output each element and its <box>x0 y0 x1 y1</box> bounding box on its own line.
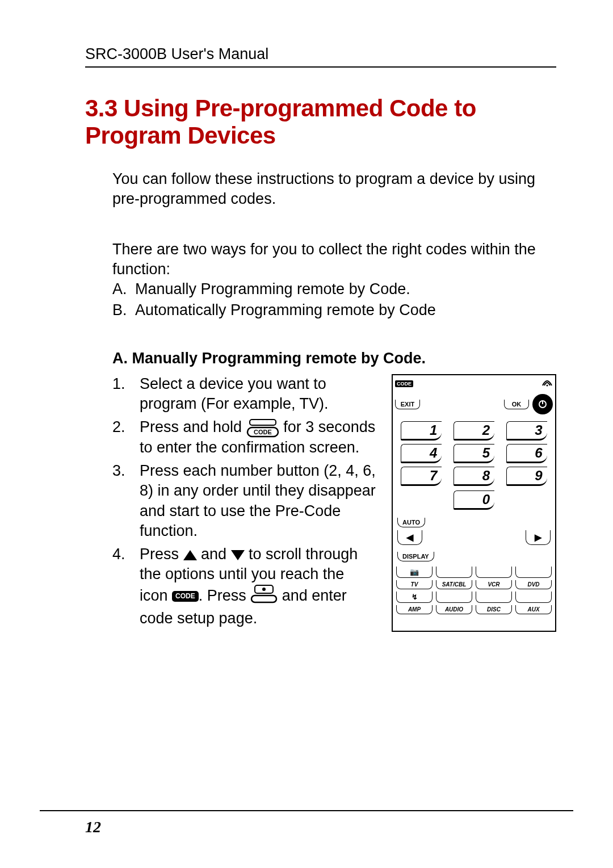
way-b-text: Automatically Programming remote by Code <box>135 300 436 320</box>
header-rule <box>85 66 556 68</box>
intro-paragraph-1: You can follow these instructions to pro… <box>112 169 556 209</box>
remote-num-9: 9 <box>506 467 547 486</box>
step-text: Press and to scroll through the options … <box>140 544 376 628</box>
way-a-marker: A. <box>112 279 135 299</box>
triangle-down-icon <box>231 550 245 560</box>
remote-num-1: 1 <box>401 421 442 441</box>
code-button-icon: CODE <box>246 418 279 438</box>
svg-point-4 <box>262 588 266 591</box>
svg-rect-5 <box>251 596 276 602</box>
triangle-up-icon <box>183 550 197 560</box>
remote-num-7: 7 <box>401 467 442 486</box>
ways-list: A. Manually Programming remote by Code. … <box>112 279 556 320</box>
way-a-text: Manually Programming remote by Code. <box>135 279 410 299</box>
step-number: 2. <box>112 417 140 458</box>
step-2: 2.Press and hold CODE for 3 seconds to e… <box>112 417 376 458</box>
remote-display-button: DISPLAY <box>397 552 434 561</box>
remote-tv-button: TV <box>396 580 433 589</box>
step-text: Select a device you want to program (For… <box>140 374 376 414</box>
remote-dvd-button: DVD <box>515 580 552 589</box>
step-text: Press and hold CODE for 3 seconds to ent… <box>140 417 376 458</box>
step-number: 3. <box>112 461 140 540</box>
remote-num-5: 5 <box>454 444 494 463</box>
section-title: 3.3 Using Pre-programmed Code to Program… <box>85 95 556 150</box>
step-number: 4. <box>112 544 140 628</box>
page-header: SRC-3000B User's Manual <box>85 45 556 63</box>
dot-button-icon <box>250 584 278 609</box>
step-text: Press each number button (2, 4, 6, 8) in… <box>140 461 376 540</box>
code-pill-icon: CODE <box>172 591 199 602</box>
subsection-heading: A. Manually Programming remote by Code. <box>112 350 556 367</box>
svg-point-6 <box>547 385 548 387</box>
remote-lamp-icon: ↯ <box>396 592 433 603</box>
page-number: 12 <box>85 818 101 836</box>
remote-num-6: 6 <box>506 444 547 463</box>
step-1: 1.Select a device you want to program (F… <box>112 374 376 414</box>
remote-satcbl-button: SAT/CBL <box>436 580 472 589</box>
remote-blank-3 <box>515 567 552 578</box>
remote-blank-4 <box>436 592 472 603</box>
signal-icon <box>541 378 553 389</box>
remote-power-button <box>532 394 553 414</box>
remote-audio-button: AUDIO <box>436 605 472 614</box>
remote-device-grid: 📷 TV SAT/CBL VCR DVD ↯ AMP AUDIO DISC AU… <box>395 567 553 614</box>
remote-num-8: 8 <box>454 467 494 486</box>
way-a: A. Manually Programming remote by Code. <box>112 279 556 299</box>
remote-num-3: 3 <box>506 421 547 441</box>
remote-num-0: 0 <box>454 490 494 510</box>
steps-list: 1.Select a device you want to program (F… <box>112 374 376 632</box>
way-b: B. Automatically Programming remote by C… <box>112 300 556 320</box>
svg-text:CODE: CODE <box>254 429 272 435</box>
remote-code-indicator: CODE <box>395 380 413 387</box>
remote-blank-1 <box>436 567 472 578</box>
svg-rect-0 <box>250 420 276 425</box>
remote-blank-6 <box>515 592 552 603</box>
remote-exit-button: EXIT <box>395 400 420 409</box>
remote-camera-icon: 📷 <box>396 567 433 578</box>
step-4: 4.Press and to scroll through the option… <box>112 544 376 628</box>
remote-amp-button: AMP <box>396 605 433 614</box>
remote-diagram: CODE EXIT OK 123456789 0 AUTO <box>392 374 556 632</box>
intro-paragraph-2: There are two ways for you to collect th… <box>112 240 556 279</box>
way-b-marker: B. <box>112 300 135 320</box>
remote-num-4: 4 <box>401 444 442 463</box>
remote-aux-button: AUX <box>515 605 552 614</box>
step-3: 3.Press each number button (2, 4, 6, 8) … <box>112 461 376 540</box>
step-number: 1. <box>112 374 140 414</box>
footer-rule <box>40 810 573 811</box>
remote-disc-button: DISC <box>476 605 512 614</box>
remote-left-arrow: ◀ <box>397 530 422 545</box>
remote-numpad: 123456789 <box>395 421 553 490</box>
remote-blank-5 <box>476 592 512 603</box>
remote-right-arrow: ▶ <box>526 530 551 545</box>
remote-vcr-button: VCR <box>476 580 512 589</box>
remote-ok-button: OK <box>504 400 529 409</box>
remote-auto-button: AUTO <box>397 518 425 527</box>
remote-blank-2 <box>476 567 512 578</box>
remote-num-2: 2 <box>454 421 494 441</box>
